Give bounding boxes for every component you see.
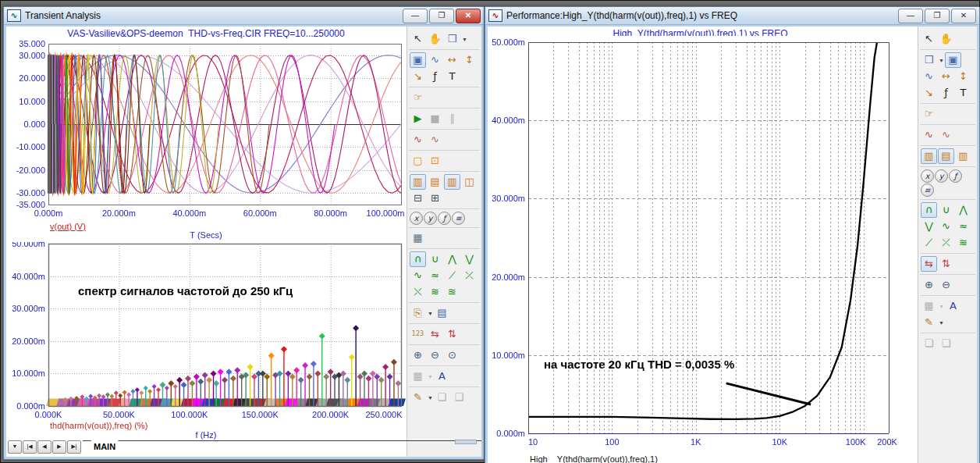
horizontal-scale-button[interactable]: ↔ xyxy=(938,69,954,84)
performance-title-bar[interactable]: ∿ Performance:High_Y(thd(harm(v(out)),fr… xyxy=(485,7,979,25)
send-back-button[interactable]: ❏ xyxy=(451,390,467,405)
properties-button[interactable]: ☞ xyxy=(921,106,937,122)
vertical-scale-button[interactable]: ↕ xyxy=(955,69,971,84)
grid-options-dropdown[interactable]: ▼ xyxy=(939,304,944,309)
formula-text-button[interactable]: ƒ xyxy=(427,69,443,84)
tab-nav-next-button[interactable]: ▶ xyxy=(52,440,66,454)
local-min-button[interactable]: ≈ xyxy=(955,219,971,234)
cursor-right-button[interactable]: ∿ xyxy=(938,127,954,143)
zoom-100-button[interactable]: ⊙ xyxy=(444,347,460,363)
pause-button[interactable]: ∥ xyxy=(444,111,460,126)
auto-scale-x-button[interactable]: ⇆ xyxy=(427,326,443,342)
cursor-mode-button[interactable]: ∿ xyxy=(427,52,443,68)
font-button[interactable]: A xyxy=(945,298,961,314)
scope-mode-button[interactable]: ▣ xyxy=(945,52,961,68)
go-to-performance-button[interactable]: ƒ xyxy=(438,212,451,225)
minimize-button[interactable]: — xyxy=(403,9,428,23)
align-cursors-1-button[interactable]: ▥ xyxy=(921,148,937,164)
performance-plot-canvas[interactable] xyxy=(488,36,913,451)
family-button[interactable]: ≊ xyxy=(444,284,460,300)
minimize-button[interactable]: — xyxy=(898,9,923,23)
vertical-scale-button[interactable]: ↕ xyxy=(461,52,478,68)
go-to-y-button[interactable]: y xyxy=(424,212,437,225)
transient-title-bar[interactable]: ∿ Transient Analysis — ❐ ✕ xyxy=(4,7,484,25)
stop-button[interactable]: ■ xyxy=(427,111,443,126)
cursor-left-button[interactable]: ∿ xyxy=(410,132,426,148)
go-peak-button[interactable]: ∩ xyxy=(921,202,937,218)
cursor-left-button[interactable]: ∿ xyxy=(921,127,937,143)
align-cursors-1-button[interactable]: ▥ xyxy=(410,174,426,190)
align-cursors-2-button[interactable]: ▤ xyxy=(938,148,954,164)
annotate-font-button[interactable]: ✎ xyxy=(921,315,937,330)
crossing-button[interactable]: ⤫ xyxy=(938,235,954,251)
go-to-x-button[interactable]: x xyxy=(921,169,934,183)
rotate-3d-tool-dropdown[interactable]: ▼ xyxy=(462,37,467,42)
data-points-button[interactable]: ⊡ xyxy=(427,153,443,169)
tab-nav-prev-button[interactable]: ◀ xyxy=(37,440,51,454)
cursor-mode-button[interactable]: ∿ xyxy=(921,69,937,84)
text-tool-button[interactable]: T xyxy=(955,85,971,101)
rotate-3d-tool-dropdown[interactable]: ▼ xyxy=(939,58,944,63)
annotate-font-button[interactable]: ✎ xyxy=(410,390,426,405)
local-max-button[interactable]: ∿ xyxy=(410,268,426,283)
align-cursors-3-button[interactable]: ▥ xyxy=(955,148,971,164)
zoom-out-button[interactable]: ⊖ xyxy=(427,347,443,363)
bring-front-button[interactable]: ❏ xyxy=(434,390,450,405)
zoom-in-button[interactable]: ⊕ xyxy=(410,347,426,363)
cursor-position-button[interactable]: ⊞ xyxy=(427,191,443,206)
tab-nav-dropdown-button[interactable]: ▼ xyxy=(8,440,22,454)
tab-main[interactable]: MAIN xyxy=(84,440,125,454)
formula-text-button[interactable]: ƒ xyxy=(938,85,954,101)
label-123-button[interactable]: 123 xyxy=(410,326,426,342)
go-to-performance-button[interactable]: ƒ xyxy=(949,169,962,183)
select-tool-button[interactable]: ↖ xyxy=(410,31,426,47)
spectrum-plot-canvas[interactable] xyxy=(6,242,406,420)
clipboard-button[interactable]: ⎘ xyxy=(410,305,426,321)
envelope-button[interactable]: ≋ xyxy=(427,284,443,300)
restore-button[interactable]: ❐ xyxy=(925,9,950,23)
envelope-button[interactable]: ≋ xyxy=(955,235,971,251)
send-back-button[interactable]: ❏ xyxy=(938,336,954,351)
grid-options-button[interactable]: ▦ xyxy=(410,369,426,384)
cursor-right-button[interactable]: ∿ xyxy=(427,132,443,148)
clipboard-dropdown[interactable]: ▼ xyxy=(428,311,433,316)
grid-options-dropdown[interactable]: ▼ xyxy=(428,374,433,379)
rotate-3d-tool-button[interactable]: ❒ xyxy=(444,31,460,47)
zoom-in-button[interactable]: ⊕ xyxy=(921,277,937,293)
go-to-y-button[interactable]: y xyxy=(935,169,948,183)
align-cursors-3-button[interactable]: ▥ xyxy=(444,174,460,190)
text-tool-button[interactable]: T xyxy=(444,69,460,84)
restore-button[interactable]: ❐ xyxy=(429,9,454,23)
horizontal-tag-button[interactable]: ⊟ xyxy=(410,191,426,206)
local-min-button[interactable]: ≈ xyxy=(427,268,443,283)
tab-nav-first-button[interactable]: |◀ xyxy=(23,440,37,454)
auto-scale-x-button[interactable]: ⇆ xyxy=(921,256,937,272)
zoom-out-button[interactable]: ⊖ xyxy=(938,277,954,293)
go-valley-button[interactable]: ∪ xyxy=(427,251,443,267)
slope-up-button[interactable]: ⟋ xyxy=(444,268,460,283)
erase-table-button[interactable]: ▦ xyxy=(410,230,426,246)
point-tag-button[interactable]: ↘ xyxy=(410,69,426,84)
go-to-branch-button[interactable]: ≡ xyxy=(921,183,934,197)
align-cursors-2-button[interactable]: ▤ xyxy=(427,174,443,190)
auto-scale-y-button[interactable]: ⇅ xyxy=(938,256,954,272)
slope-x-button[interactable]: ⤫ xyxy=(461,268,478,283)
font-button[interactable]: A xyxy=(434,369,450,384)
properties-button[interactable]: ☞ xyxy=(410,90,426,105)
crossing-button[interactable]: ⤬ xyxy=(410,284,426,300)
run-button[interactable]: ▶ xyxy=(410,111,426,126)
numeric-output-button[interactable]: ▤ xyxy=(434,305,450,321)
horizontal-scale-button[interactable]: ↔ xyxy=(444,52,460,68)
slope-up-button[interactable]: ⟋ xyxy=(921,235,937,251)
go-peak-button[interactable]: ∩ xyxy=(410,251,426,267)
go-high-button[interactable]: ⋀ xyxy=(955,202,971,218)
select-region-button[interactable]: ▢ xyxy=(410,153,426,169)
go-valley-button[interactable]: ∪ xyxy=(938,202,954,218)
go-low-button[interactable]: ⋁ xyxy=(461,251,478,267)
select-tool-button[interactable]: ↖ xyxy=(921,31,937,47)
tab-scrollbar-thumb[interactable] xyxy=(455,440,477,444)
local-max-button[interactable]: ∿ xyxy=(938,219,954,234)
pan-tool-button[interactable]: ✋ xyxy=(938,31,954,47)
go-to-branch-button[interactable]: ≡ xyxy=(452,212,465,225)
annotate-font-dropdown[interactable]: ▼ xyxy=(428,395,433,401)
